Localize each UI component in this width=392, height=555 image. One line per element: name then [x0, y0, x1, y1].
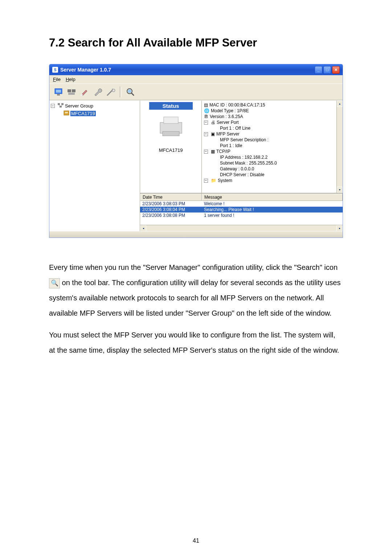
- toolbar-btn-4[interactable]: [91, 86, 104, 98]
- titlebar: S Server Manager 1.0.7 _ □ ✕: [49, 64, 343, 75]
- svg-line-9: [131, 93, 134, 96]
- printer-icon: [140, 113, 201, 144]
- brush-icon: [79, 87, 90, 97]
- detail-tcpip: TCP/IP: [216, 149, 230, 154]
- toolbar-search-button[interactable]: [124, 86, 136, 98]
- log-header-time[interactable]: Date Time: [140, 194, 202, 201]
- scrollbar-horizontal[interactable]: ◂ ▸: [140, 225, 343, 231]
- scroll-right-icon[interactable]: ▸: [336, 225, 343, 231]
- log-cell-msg: Welcome !: [202, 201, 343, 207]
- toolbar-separator: [120, 86, 121, 97]
- menu-file[interactable]: File: [51, 76, 63, 83]
- server-icon: [63, 110, 70, 117]
- log-table: Date Time Message 2/23/2006 3:08:03 PM W…: [140, 193, 343, 231]
- devices-icon: [66, 87, 77, 97]
- detail-mac: MAC ID : 00:00:B4:CA:17:15: [209, 102, 265, 108]
- detail-mfp-desc: MFP Server Description :: [220, 137, 269, 142]
- tree-expand-icon[interactable]: −: [204, 150, 208, 154]
- close-button[interactable]: ✕: [332, 66, 340, 74]
- toolbar-btn-3[interactable]: [78, 86, 91, 98]
- page-number: 41: [193, 538, 199, 544]
- server-manager-window: S Server Manager 1.0.7 _ □ ✕ File Help: [49, 64, 343, 238]
- tcpip-icon: ▦: [211, 149, 215, 154]
- detail-gateway: Gateway : 0.0.0.0: [220, 166, 254, 171]
- app-icon: S: [52, 67, 58, 73]
- log-cell-msg: Searching... Please Wait !: [202, 207, 343, 212]
- scroll-left-icon[interactable]: ◂: [140, 225, 146, 231]
- version-icon: 🖹: [204, 114, 208, 119]
- status-header: Status: [149, 102, 193, 110]
- svg-point-6: [81, 94, 83, 96]
- svg-rect-11: [58, 103, 60, 105]
- detail-dhcp: DHCP Server : Disable: [220, 172, 264, 177]
- section-heading: 7.2 Search for All Available MFP Server: [49, 36, 343, 49]
- svg-rect-5: [68, 93, 75, 95]
- svg-rect-2: [57, 94, 60, 96]
- tree-server-item[interactable]: MFCA1719: [70, 111, 96, 116]
- toolbar-btn-5[interactable]: [105, 86, 117, 98]
- detail-server-port: Server Port: [217, 120, 239, 125]
- svg-rect-3: [68, 89, 71, 92]
- detail-port1-idle: Port 1 : Idle: [220, 143, 242, 148]
- wrench-icon: [93, 87, 103, 97]
- log-row[interactable]: 2/23/2006 3:08:08 PM 1 server found !: [140, 212, 343, 218]
- para1a: Every time when you run the "Server Mana…: [49, 263, 338, 271]
- network-icon: [57, 102, 64, 109]
- toolbar-btn-2[interactable]: [65, 86, 78, 98]
- log-cell-time: 2/23/2006 3:08:03 PM: [140, 201, 202, 207]
- svg-rect-20: [163, 131, 179, 136]
- menubar: File Help: [49, 75, 343, 84]
- svg-rect-4: [72, 89, 75, 92]
- para2: You must select the MFP Server you would…: [49, 327, 343, 358]
- detail-system: System: [218, 178, 232, 183]
- log-cell-time: 2/23/2006 3:08:08 PM: [140, 212, 202, 218]
- globe-icon: 🌐: [204, 108, 209, 113]
- search-icon: [125, 87, 135, 97]
- body-paragraphs: Every time when you run the "Server Mana…: [49, 260, 343, 358]
- tree-collapse-icon[interactable]: −: [51, 104, 55, 108]
- menu-help[interactable]: Help: [64, 76, 78, 83]
- folder-icon: 📁: [211, 178, 216, 183]
- svg-rect-1: [56, 90, 61, 93]
- log-cell-time: 2/23/2006 3:08:04 PM: [140, 207, 202, 212]
- chip-icon: ▤: [204, 102, 208, 108]
- tree-root-label[interactable]: Server Group: [65, 103, 93, 109]
- toolbar: [49, 84, 343, 100]
- scrollbar-vertical[interactable]: ▴ ▾: [336, 101, 343, 193]
- tree-pane: − Server Group MFCA1719: [49, 101, 140, 231]
- tree-expand-icon[interactable]: −: [204, 132, 208, 136]
- maximize-button[interactable]: □: [323, 66, 331, 74]
- minimize-button[interactable]: _: [315, 66, 322, 74]
- detail-version: Version : 3.6.25A: [210, 114, 243, 119]
- scroll-up-icon[interactable]: ▴: [337, 101, 343, 107]
- svg-rect-12: [61, 103, 64, 105]
- tree-expand-icon[interactable]: −: [204, 179, 208, 183]
- svg-rect-19: [164, 117, 178, 123]
- port-icon: 🖨: [211, 120, 215, 125]
- detail-ip: IP Address : 192.168.2.2: [220, 155, 268, 160]
- detail-subnet: Subnet Mask : 255.255.255.0: [220, 161, 277, 166]
- window-title: Server Manager 1.0.7: [60, 67, 111, 73]
- detail-mfp-server: MFP Server: [216, 131, 240, 137]
- para1b: on the tool bar. The configuration utili…: [49, 279, 340, 317]
- svg-rect-17: [65, 112, 68, 113]
- log-row[interactable]: 2/23/2006 3:08:04 PM Searching... Please…: [140, 207, 343, 212]
- toolbar-btn-1[interactable]: [52, 86, 65, 98]
- status-pane: Status MFCA1719: [140, 101, 202, 193]
- mfp-icon: ▣: [211, 131, 215, 137]
- monitor-icon: [53, 87, 64, 97]
- log-header-msg[interactable]: Message: [202, 194, 343, 201]
- detail-port1-offline: Port 1 : Off Line: [220, 126, 250, 131]
- tool-icon: [106, 87, 116, 97]
- inline-search-icon: [49, 278, 60, 288]
- log-row[interactable]: 2/23/2006 3:08:03 PM Welcome !: [140, 201, 343, 207]
- details-pane: ▤MAC ID : 00:00:B4:CA:17:15 🌐Model Type …: [202, 101, 343, 193]
- detail-model: Model Type : 1P/8E: [211, 108, 249, 113]
- log-cell-msg: 1 server found !: [202, 212, 343, 218]
- statusbar: [49, 231, 343, 238]
- svg-point-10: [128, 89, 131, 93]
- tree-expand-icon[interactable]: −: [204, 121, 208, 125]
- status-device-name: MFCA1719: [140, 147, 201, 153]
- scroll-down-icon[interactable]: ▾: [337, 187, 343, 193]
- svg-point-7: [112, 89, 115, 92]
